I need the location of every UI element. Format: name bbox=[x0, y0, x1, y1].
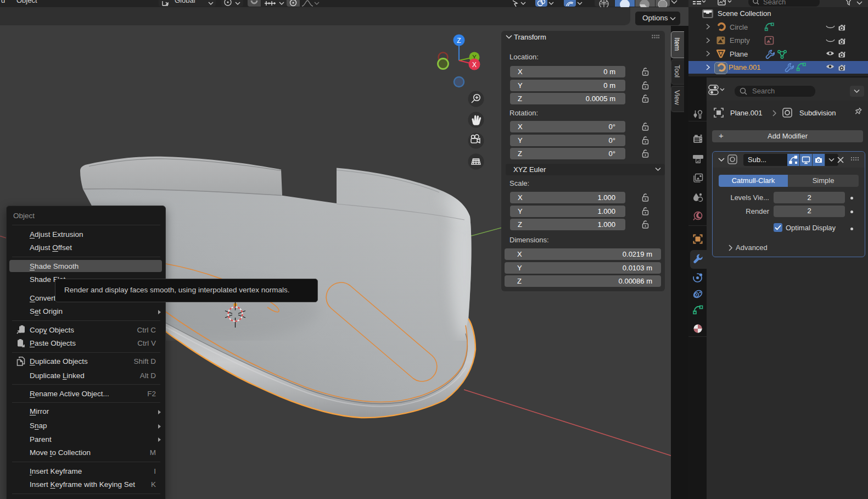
svg-text:Z: Z bbox=[457, 37, 461, 45]
svg-text:X: X bbox=[472, 61, 477, 69]
